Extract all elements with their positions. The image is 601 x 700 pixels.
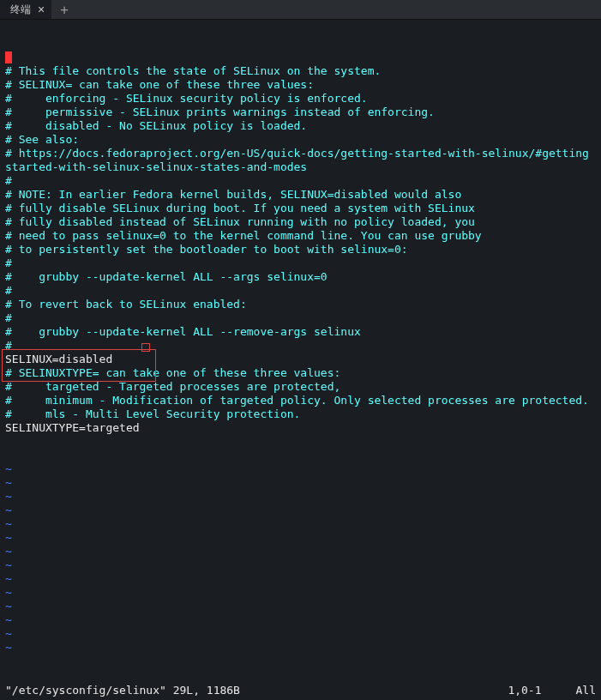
editor-line: ~ bbox=[5, 586, 596, 600]
editor-line bbox=[5, 668, 596, 682]
editor-area[interactable]: # This file controls the state of SELinu… bbox=[0, 20, 601, 682]
editor-line: # enforcing - SELinux security policy is… bbox=[5, 92, 596, 106]
status-file: "/etc/sysconfig/selinux" 29L, 1186B bbox=[5, 684, 240, 697]
editor-line: # See also: bbox=[5, 133, 596, 147]
editor-line: ~ bbox=[5, 531, 596, 545]
editor-line: # bbox=[5, 311, 596, 325]
editor-line: # bbox=[5, 174, 596, 188]
editor-line: # bbox=[5, 284, 596, 298]
editor-line: # fully disabled instead of SELinux runn… bbox=[5, 215, 596, 229]
editor-line: # fully disable SELinux during boot. If … bbox=[5, 202, 596, 215]
new-tab-button[interactable]: + bbox=[51, 2, 77, 18]
editor-line: # SELINUX= can take one of these three v… bbox=[5, 78, 596, 92]
editor-line: # NOTE: In earlier Fedora kernel builds,… bbox=[5, 188, 596, 202]
editor-line: # grubby --update-kernel ALL --args seli… bbox=[5, 270, 596, 284]
editor-line: ~ bbox=[5, 572, 596, 586]
editor-line bbox=[5, 51, 596, 64]
editor-line: ~ bbox=[5, 613, 596, 627]
editor-line: ~ bbox=[5, 558, 596, 572]
editor-line: ~ bbox=[5, 490, 596, 504]
editor-line: # permissive - SELinux prints warnings i… bbox=[5, 106, 596, 119]
editor-line: ~ bbox=[5, 641, 596, 655]
status-scroll: All bbox=[576, 684, 596, 697]
status-position: 1,0-1 bbox=[508, 684, 541, 697]
close-icon[interactable]: × bbox=[38, 3, 45, 15]
editor-line: ~ bbox=[5, 462, 596, 476]
cursor bbox=[5, 51, 12, 63]
editor-line bbox=[5, 655, 596, 668]
editor-line: # mls - Multi Level Security protection. bbox=[5, 407, 596, 421]
editor-line: started-with-selinux-selinux-states-and-… bbox=[5, 160, 596, 174]
editor-line: # targeted - Targeted processes are prot… bbox=[5, 380, 596, 394]
editor-line bbox=[5, 435, 596, 449]
tab-label: 终端 bbox=[10, 3, 31, 17]
editor-line bbox=[5, 449, 596, 462]
editor-line: # grubby --update-kernel ALL --remove-ar… bbox=[5, 325, 596, 339]
editor-line: # minimum - Modification of targeted pol… bbox=[5, 394, 596, 407]
editor-line: # https://docs.fedoraproject.org/en-US/q… bbox=[5, 147, 596, 160]
editor-line: ~ bbox=[5, 504, 596, 517]
editor-line: # to persistently set the bootloader to … bbox=[5, 243, 596, 256]
editor-line: ~ bbox=[5, 476, 596, 490]
editor-line: SELINUXTYPE=targeted bbox=[5, 421, 596, 435]
editor-line: # bbox=[5, 339, 596, 353]
editor-line: ~ bbox=[5, 627, 596, 641]
tab-bar: 终端 × + bbox=[0, 0, 601, 20]
editor-line: # need to pass selinux=0 to the kernel c… bbox=[5, 229, 596, 243]
status-bar: "/etc/sysconfig/selinux" 29L, 1186B 1,0-… bbox=[0, 682, 601, 700]
editor-line: # To revert back to SELinux enabled: bbox=[5, 298, 596, 311]
terminal-tab[interactable]: 终端 × bbox=[0, 0, 51, 19]
editor-line: # SELINUXTYPE= can take one of these thr… bbox=[5, 366, 596, 380]
editor-line: ~ bbox=[5, 517, 596, 531]
editor-line: SELINUX=disabled bbox=[5, 353, 596, 366]
editor-line: # bbox=[5, 256, 596, 270]
editor-line: ~ bbox=[5, 600, 596, 613]
editor-line: # This file controls the state of SELinu… bbox=[5, 64, 596, 78]
editor-line: ~ bbox=[5, 545, 596, 558]
editor-line: # disabled - No SELinux policy is loaded… bbox=[5, 119, 596, 133]
